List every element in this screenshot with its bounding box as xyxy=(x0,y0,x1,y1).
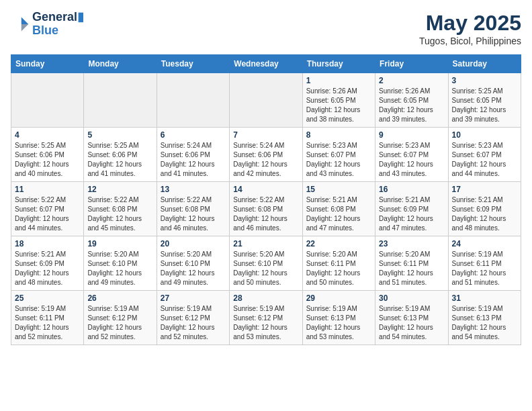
day-number: 23 xyxy=(379,239,444,248)
calendar-week-row: 1Sunrise: 5:26 AM Sunset: 6:05 PM Daylig… xyxy=(11,73,521,128)
calendar-day-cell: 7Sunrise: 5:24 AM Sunset: 6:06 PM Daylig… xyxy=(230,128,302,182)
calendar-day-cell: 31Sunrise: 5:19 AM Sunset: 6:13 PM Dayli… xyxy=(448,291,521,345)
calendar-day-cell: 27Sunrise: 5:19 AM Sunset: 6:12 PM Dayli… xyxy=(157,291,229,345)
day-number: 19 xyxy=(87,239,152,248)
day-number: 13 xyxy=(161,185,226,194)
day-number: 18 xyxy=(15,239,80,248)
day-number: 14 xyxy=(233,185,298,194)
svg-marker-2 xyxy=(21,24,29,32)
weekday-header-cell: Wednesday xyxy=(230,55,302,73)
day-info: Sunrise: 5:20 AM Sunset: 6:11 PM Dayligh… xyxy=(379,250,444,287)
day-number: 8 xyxy=(306,130,371,140)
calendar-day-cell: 30Sunrise: 5:19 AM Sunset: 6:13 PM Dayli… xyxy=(375,291,448,345)
calendar-day-cell: 10Sunrise: 5:23 AM Sunset: 6:07 PM Dayli… xyxy=(448,128,521,182)
calendar-body: 1Sunrise: 5:26 AM Sunset: 6:05 PM Daylig… xyxy=(11,73,521,345)
day-info: Sunrise: 5:21 AM Sunset: 6:09 PM Dayligh… xyxy=(15,250,80,287)
calendar-day-cell: 18Sunrise: 5:21 AM Sunset: 6:09 PM Dayli… xyxy=(11,236,84,291)
weekday-header-cell: Saturday xyxy=(448,55,521,73)
calendar-day-cell xyxy=(11,73,84,128)
calendar-day-cell: 15Sunrise: 5:21 AM Sunset: 6:08 PM Dayli… xyxy=(302,182,375,236)
day-number: 28 xyxy=(233,293,298,303)
day-number: 2 xyxy=(379,76,444,85)
location: Tugos, Bicol, Philippines xyxy=(419,36,521,46)
day-info: Sunrise: 5:20 AM Sunset: 6:10 PM Dayligh… xyxy=(87,250,152,287)
day-number: 12 xyxy=(87,185,152,194)
day-info: Sunrise: 5:26 AM Sunset: 6:05 PM Dayligh… xyxy=(306,87,371,124)
day-info: Sunrise: 5:20 AM Sunset: 6:10 PM Dayligh… xyxy=(161,250,226,287)
day-number: 11 xyxy=(15,185,80,194)
day-info: Sunrise: 5:22 AM Sunset: 6:08 PM Dayligh… xyxy=(87,195,152,233)
svg-marker-1 xyxy=(21,17,29,24)
calendar-table: SundayMondayTuesdayWednesdayThursdayFrid… xyxy=(11,54,521,345)
day-info: Sunrise: 5:20 AM Sunset: 6:10 PM Dayligh… xyxy=(233,250,298,287)
calendar-day-cell: 2Sunrise: 5:26 AM Sunset: 6:05 PM Daylig… xyxy=(375,73,448,128)
day-info: Sunrise: 5:22 AM Sunset: 6:08 PM Dayligh… xyxy=(161,195,226,233)
day-number: 21 xyxy=(233,239,298,248)
weekday-header-cell: Tuesday xyxy=(157,55,229,73)
day-number: 1 xyxy=(306,76,371,85)
calendar-day-cell: 25Sunrise: 5:19 AM Sunset: 6:11 PM Dayli… xyxy=(11,291,84,345)
day-info: Sunrise: 5:19 AM Sunset: 6:13 PM Dayligh… xyxy=(379,304,444,342)
day-number: 9 xyxy=(379,130,444,140)
calendar-day-cell: 28Sunrise: 5:19 AM Sunset: 6:12 PM Dayli… xyxy=(230,291,302,345)
calendar-day-cell: 24Sunrise: 5:19 AM Sunset: 6:11 PM Dayli… xyxy=(448,236,521,291)
day-number: 20 xyxy=(161,239,226,248)
day-number: 3 xyxy=(452,76,517,85)
day-number: 15 xyxy=(306,185,371,194)
day-number: 29 xyxy=(306,293,371,303)
day-info: Sunrise: 5:26 AM Sunset: 6:05 PM Dayligh… xyxy=(379,87,444,124)
day-info: Sunrise: 5:25 AM Sunset: 6:06 PM Dayligh… xyxy=(15,141,80,179)
day-info: Sunrise: 5:23 AM Sunset: 6:07 PM Dayligh… xyxy=(452,141,517,179)
logo: General▮ Blue xyxy=(11,11,84,38)
calendar-day-cell xyxy=(157,73,229,128)
day-number: 25 xyxy=(15,293,80,303)
weekday-header-row: SundayMondayTuesdayWednesdayThursdayFrid… xyxy=(11,55,521,73)
calendar-day-cell: 6Sunrise: 5:24 AM Sunset: 6:06 PM Daylig… xyxy=(157,128,229,182)
month-title: May 2025 xyxy=(419,11,521,36)
day-number: 30 xyxy=(379,293,444,303)
calendar-day-cell: 20Sunrise: 5:20 AM Sunset: 6:10 PM Dayli… xyxy=(157,236,229,291)
calendar-day-cell: 19Sunrise: 5:20 AM Sunset: 6:10 PM Dayli… xyxy=(84,236,157,291)
calendar-day-cell: 4Sunrise: 5:25 AM Sunset: 6:06 PM Daylig… xyxy=(11,128,84,182)
calendar-day-cell: 22Sunrise: 5:20 AM Sunset: 6:11 PM Dayli… xyxy=(302,236,375,291)
calendar-day-cell: 12Sunrise: 5:22 AM Sunset: 6:08 PM Dayli… xyxy=(84,182,157,236)
weekday-header-cell: Monday xyxy=(84,55,157,73)
calendar-day-cell: 21Sunrise: 5:20 AM Sunset: 6:10 PM Dayli… xyxy=(230,236,302,291)
calendar-day-cell: 11Sunrise: 5:22 AM Sunset: 6:07 PM Dayli… xyxy=(11,182,84,236)
calendar-day-cell: 1Sunrise: 5:26 AM Sunset: 6:05 PM Daylig… xyxy=(302,73,375,128)
day-info: Sunrise: 5:25 AM Sunset: 6:05 PM Dayligh… xyxy=(452,87,517,124)
day-number: 16 xyxy=(379,185,444,194)
day-number: 24 xyxy=(452,239,517,248)
day-info: Sunrise: 5:20 AM Sunset: 6:11 PM Dayligh… xyxy=(306,250,371,287)
day-info: Sunrise: 5:19 AM Sunset: 6:11 PM Dayligh… xyxy=(15,304,80,342)
calendar-day-cell: 14Sunrise: 5:22 AM Sunset: 6:08 PM Dayli… xyxy=(230,182,302,236)
day-info: Sunrise: 5:24 AM Sunset: 6:06 PM Dayligh… xyxy=(161,141,226,179)
day-info: Sunrise: 5:23 AM Sunset: 6:07 PM Dayligh… xyxy=(306,141,371,179)
logo-text: General▮ Blue xyxy=(32,11,84,38)
day-number: 17 xyxy=(452,185,517,194)
calendar-day-cell: 5Sunrise: 5:25 AM Sunset: 6:06 PM Daylig… xyxy=(84,128,157,182)
calendar-week-row: 4Sunrise: 5:25 AM Sunset: 6:06 PM Daylig… xyxy=(11,128,521,182)
calendar-week-row: 11Sunrise: 5:22 AM Sunset: 6:07 PM Dayli… xyxy=(11,182,521,236)
day-info: Sunrise: 5:21 AM Sunset: 6:09 PM Dayligh… xyxy=(452,195,517,233)
day-info: Sunrise: 5:23 AM Sunset: 6:07 PM Dayligh… xyxy=(379,141,444,179)
day-number: 26 xyxy=(87,293,152,303)
calendar-day-cell: 9Sunrise: 5:23 AM Sunset: 6:07 PM Daylig… xyxy=(375,128,448,182)
calendar-day-cell: 8Sunrise: 5:23 AM Sunset: 6:07 PM Daylig… xyxy=(302,128,375,182)
day-info: Sunrise: 5:22 AM Sunset: 6:08 PM Dayligh… xyxy=(233,195,298,233)
day-number: 31 xyxy=(452,293,517,303)
day-number: 22 xyxy=(306,239,371,248)
day-number: 4 xyxy=(15,130,80,140)
calendar-week-row: 18Sunrise: 5:21 AM Sunset: 6:09 PM Dayli… xyxy=(11,236,521,291)
calendar-day-cell: 16Sunrise: 5:21 AM Sunset: 6:09 PM Dayli… xyxy=(375,182,448,236)
day-info: Sunrise: 5:19 AM Sunset: 6:12 PM Dayligh… xyxy=(87,304,152,342)
day-info: Sunrise: 5:19 AM Sunset: 6:12 PM Dayligh… xyxy=(233,304,298,342)
calendar-day-cell xyxy=(84,73,157,128)
logo-icon xyxy=(11,15,30,34)
weekday-header-cell: Sunday xyxy=(11,55,84,73)
weekday-header-cell: Friday xyxy=(375,55,448,73)
calendar-week-row: 25Sunrise: 5:19 AM Sunset: 6:11 PM Dayli… xyxy=(11,291,521,345)
calendar-day-cell xyxy=(230,73,302,128)
day-info: Sunrise: 5:19 AM Sunset: 6:13 PM Dayligh… xyxy=(452,304,517,342)
day-info: Sunrise: 5:21 AM Sunset: 6:09 PM Dayligh… xyxy=(379,195,444,233)
